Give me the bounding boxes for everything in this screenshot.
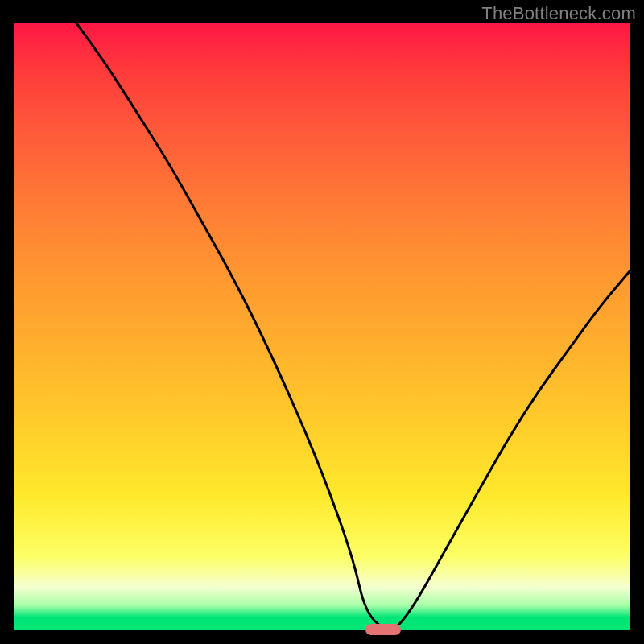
watermark-text: TheBottleneck.com (481, 3, 636, 24)
chart-frame: TheBottleneck.com (0, 0, 644, 644)
plot-area (14, 23, 630, 630)
optimal-marker (365, 624, 401, 635)
bottleneck-curve (14, 23, 630, 630)
curve-path (76, 23, 630, 630)
